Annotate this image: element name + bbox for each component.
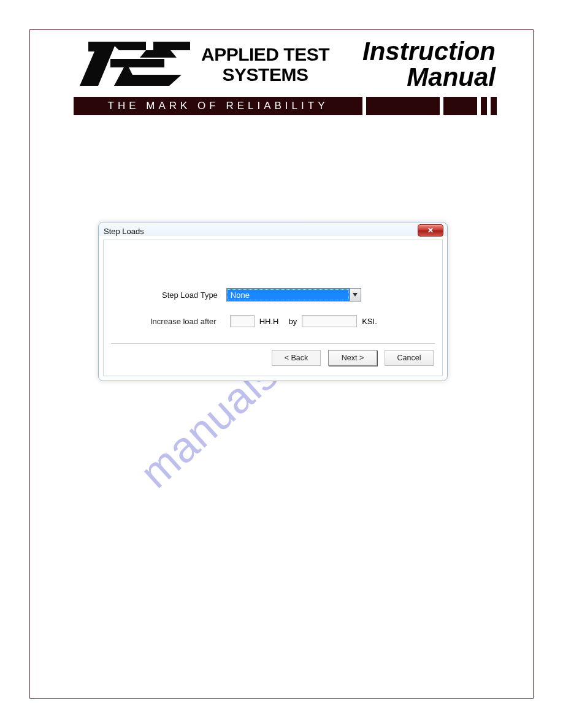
load-unit-label: KSI. <box>362 317 377 326</box>
company-line1: APPLIED TEST <box>201 44 329 64</box>
dialog-body: Step Load Type None Increase load after … <box>103 240 443 376</box>
time-input[interactable] <box>230 315 255 327</box>
close-icon: ✕ <box>427 226 434 235</box>
back-button[interactable]: < Back <box>272 350 321 366</box>
ats-logo-icon <box>74 37 196 92</box>
load-input[interactable] <box>302 315 357 327</box>
svg-marker-1 <box>110 42 146 50</box>
step-load-type-combobox[interactable]: None <box>226 288 361 301</box>
close-button[interactable]: ✕ <box>418 224 443 237</box>
svg-marker-4 <box>353 293 358 297</box>
chevron-down-icon <box>350 289 361 301</box>
document-title: Instruction Manual <box>362 39 496 90</box>
time-unit-label: HH.H <box>259 317 279 326</box>
title-line1: Instruction <box>362 39 496 64</box>
cancel-button[interactable]: Cancel <box>385 350 434 366</box>
tagline-text: THE MARK OF RELIABILITY <box>74 97 362 115</box>
title-line2: Manual <box>362 64 496 90</box>
step-loads-dialog: Step Loads ✕ Step Load Type None Increas… <box>98 222 448 381</box>
next-button-label: Next > <box>342 354 364 362</box>
svg-marker-3 <box>140 42 190 58</box>
cancel-button-label: Cancel <box>397 354 421 362</box>
separator <box>111 343 435 344</box>
dialog-titlebar: Step Loads ✕ <box>99 222 447 240</box>
dialog-title: Step Loads <box>104 227 144 236</box>
next-button[interactable]: Next > <box>328 350 377 366</box>
tagline-decor <box>443 97 477 115</box>
dialog-button-row: < Back Next > Cancel <box>272 350 434 366</box>
tagline-decor <box>366 97 440 115</box>
svg-marker-2 <box>110 59 182 86</box>
company-line2: SYSTEMS <box>201 64 329 85</box>
step-load-type-row: Step Load Type None <box>104 288 442 301</box>
increase-load-after-label: Increase load after <box>150 317 216 326</box>
step-load-type-label: Step Load Type <box>162 290 218 300</box>
tagline-decor <box>481 97 487 115</box>
document-header: APPLIED TEST SYSTEMS Instruction Manual <box>74 34 496 95</box>
back-button-label: < Back <box>285 354 308 362</box>
company-name: APPLIED TEST SYSTEMS <box>201 44 329 85</box>
tagline-row: THE MARK OF RELIABILITY <box>74 97 497 115</box>
combobox-selected: None <box>227 289 350 301</box>
tagline-decor <box>491 97 497 115</box>
by-label: by <box>288 317 297 326</box>
increase-load-row: Increase load after HH.H by KSI. <box>104 315 442 327</box>
